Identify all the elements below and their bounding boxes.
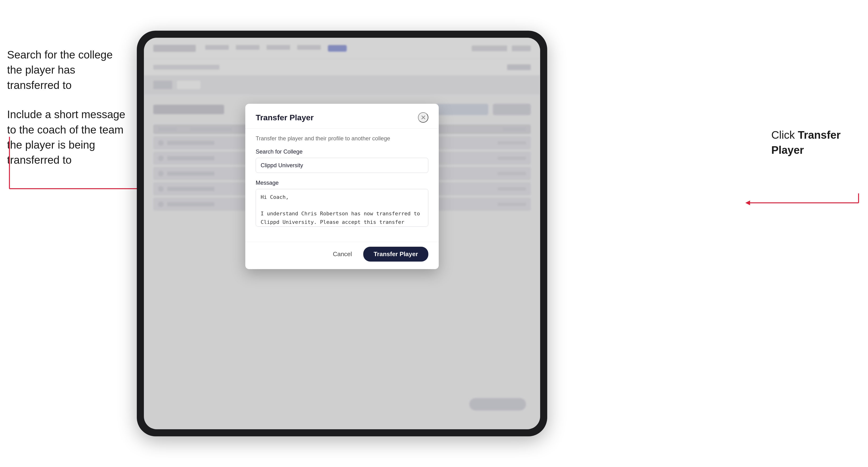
modal-overlay: Transfer Player ✕ Transfer the player an…: [144, 38, 540, 429]
ipad-frame: Transfer Player ✕ Transfer the player an…: [137, 31, 547, 436]
modal-body: Transfer the player and their profile to…: [245, 129, 439, 242]
ipad-screen: Transfer Player ✕ Transfer the player an…: [144, 38, 540, 429]
right-arrow: [743, 193, 861, 212]
annotation-right: Click Transfer Player: [771, 127, 861, 158]
modal-close-button[interactable]: ✕: [418, 112, 428, 123]
message-label: Message: [256, 180, 428, 186]
transfer-player-modal: Transfer Player ✕ Transfer the player an…: [245, 104, 439, 269]
svg-marker-5: [745, 200, 750, 205]
modal-header: Transfer Player ✕: [245, 104, 439, 129]
annotation-right-text: Click Transfer Player: [771, 127, 861, 158]
annotation-left: Search for the college the player has tr…: [7, 47, 130, 182]
modal-subtitle: Transfer the player and their profile to…: [256, 135, 428, 142]
cancel-button[interactable]: Cancel: [327, 247, 358, 261]
transfer-player-button[interactable]: Transfer Player: [363, 247, 428, 261]
message-textarea[interactable]: [256, 189, 428, 227]
annotation-message-text: Include a short message to the coach of …: [7, 107, 130, 168]
annotation-search-text: Search for the college the player has tr…: [7, 47, 130, 93]
modal-footer: Cancel Transfer Player: [245, 242, 439, 269]
modal-title: Transfer Player: [256, 113, 314, 122]
search-college-label: Search for College: [256, 148, 428, 155]
search-college-input[interactable]: [256, 158, 428, 173]
